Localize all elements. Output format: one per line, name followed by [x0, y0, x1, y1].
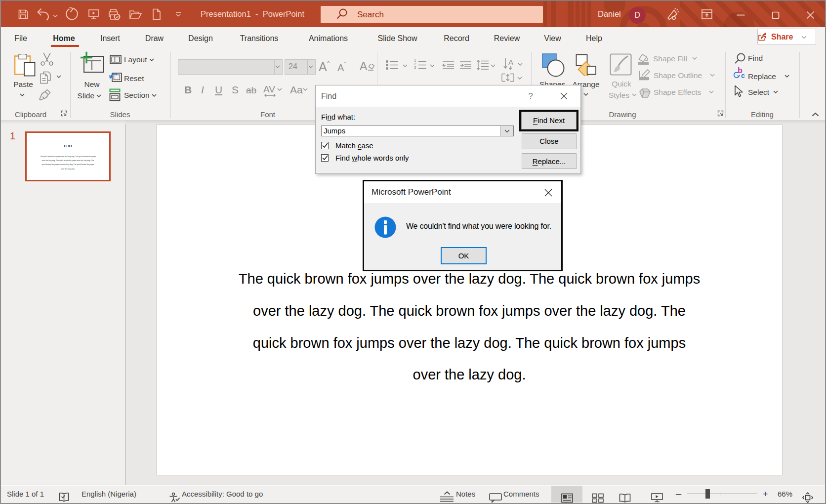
svg-text:A: A: [508, 58, 513, 66]
